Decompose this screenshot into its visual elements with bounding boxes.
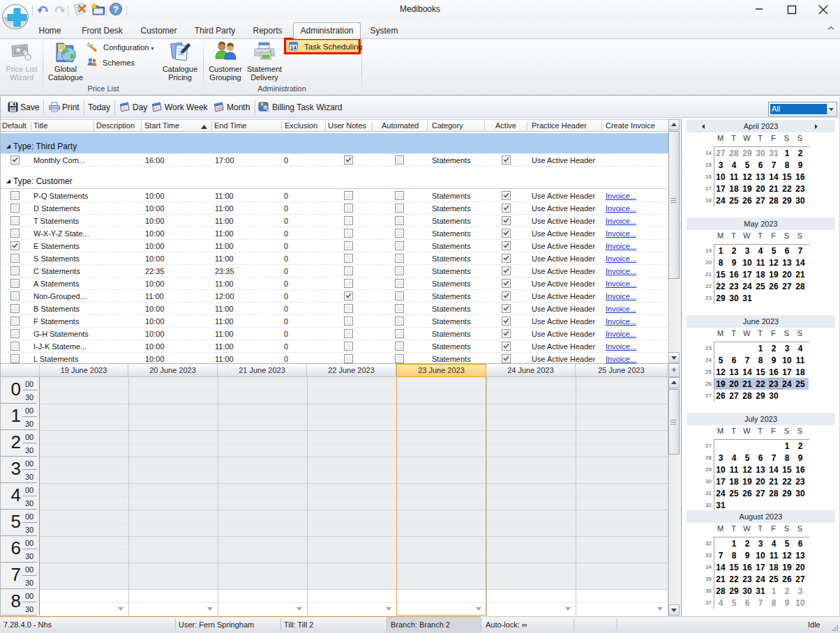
svg-text:14: 14 <box>290 45 297 51</box>
svg-text:?: ? <box>113 4 119 15</box>
